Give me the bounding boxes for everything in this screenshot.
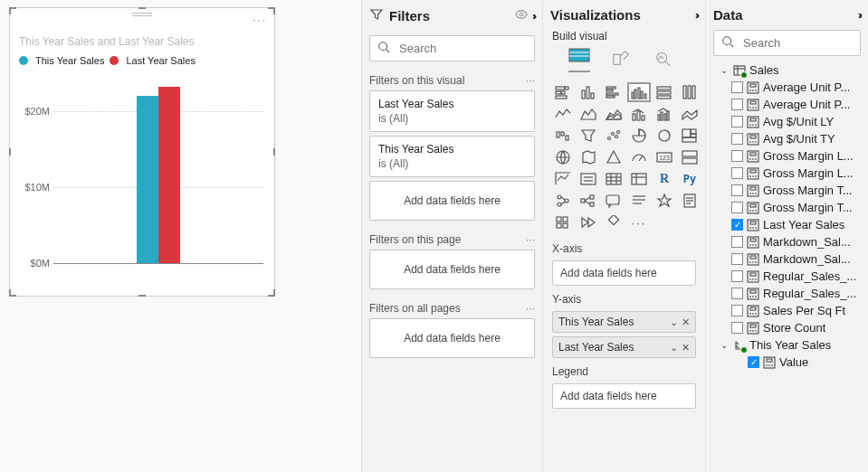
python-visual-icon[interactable]: Py — [679, 170, 701, 188]
field-checkbox[interactable] — [731, 202, 743, 213]
field-node[interactable]: Store Count — [717, 319, 859, 336]
treemap-icon[interactable] — [679, 127, 701, 145]
remove-field-icon[interactable]: ✕ — [682, 316, 690, 328]
r-visual-icon[interactable]: R — [653, 170, 675, 188]
field-checkbox[interactable] — [731, 184, 743, 196]
field-node[interactable]: Gross Margin L... — [717, 147, 859, 165]
stacked-area-chart-icon[interactable] — [603, 105, 625, 123]
key-influencers-icon[interactable] — [552, 192, 574, 210]
field-checkbox[interactable]: ✓ — [731, 219, 743, 231]
filter-card[interactable]: This Year Sales is (All) — [369, 136, 535, 177]
resize-handle[interactable] — [268, 148, 275, 156]
more-icon[interactable]: ··· — [464, 74, 535, 87]
xaxis-well[interactable]: Add data fields here — [552, 260, 696, 286]
format-visual-tab[interactable] — [612, 49, 632, 70]
chevron-down-icon[interactable]: ⌄ — [670, 316, 678, 328]
field-node[interactable]: ✓Value — [717, 354, 859, 371]
legend-well[interactable]: Add data fields here — [552, 383, 696, 409]
filter-dropzone[interactable]: Add data fields here — [369, 250, 535, 289]
line-clustered-column-icon[interactable] — [653, 105, 675, 123]
donut-chart-icon[interactable] — [653, 127, 675, 145]
stacked-bar-100-icon[interactable] — [653, 83, 675, 101]
pie-chart-icon[interactable] — [628, 127, 650, 145]
field-checkbox[interactable] — [731, 167, 743, 179]
field-node[interactable]: Regular_Sales_... — [717, 285, 859, 302]
field-checkbox[interactable] — [731, 305, 743, 316]
resize-handle[interactable] — [138, 289, 146, 297]
field-node[interactable]: Markdown_Sal... — [717, 250, 859, 268]
field-node[interactable]: Avg $/Unit TY — [717, 130, 859, 147]
waterfall-chart-icon[interactable] — [552, 127, 574, 145]
field-checkbox[interactable] — [731, 288, 743, 299]
field-node[interactable]: Gross Margin L... — [717, 165, 859, 182]
funnel-chart-icon[interactable] — [577, 127, 599, 145]
field-checkbox[interactable] — [731, 116, 743, 127]
qa-visual-icon[interactable] — [603, 192, 625, 210]
clustered-bar-chart-icon[interactable] — [603, 83, 625, 101]
gauge-icon[interactable] — [628, 148, 650, 166]
field-node[interactable]: Average Unit P... — [717, 79, 859, 96]
stacked-column-chart-icon[interactable] — [577, 83, 599, 101]
filter-dropzone[interactable]: Add data fields here — [369, 181, 535, 221]
azure-map-icon[interactable] — [603, 148, 625, 166]
apps-icon[interactable] — [552, 213, 574, 231]
filter-dropzone[interactable]: Add data fields here — [369, 318, 535, 358]
line-chart-icon[interactable] — [552, 105, 574, 123]
filter-card[interactable]: Last Year Sales is (All) — [369, 90, 535, 132]
field-node[interactable]: Gross Margin T... — [717, 199, 859, 216]
stacked-column-100-icon[interactable] — [679, 83, 701, 101]
smart-narrative-icon[interactable] — [628, 192, 650, 210]
remove-field-icon[interactable]: ✕ — [682, 342, 690, 354]
paginated-report-icon[interactable] — [679, 192, 701, 210]
more-icon[interactable]: ··· — [461, 302, 535, 315]
field-node[interactable]: Gross Margin T... — [717, 182, 859, 199]
filled-map-icon[interactable] — [577, 148, 599, 166]
area-chart-icon[interactable] — [577, 105, 599, 123]
filters-search[interactable] — [369, 35, 535, 61]
resize-handle[interactable] — [268, 7, 275, 14]
eye-icon[interactable] — [515, 8, 528, 24]
chart-bar[interactable] — [137, 96, 158, 263]
apps-diamond-icon[interactable] — [603, 213, 625, 231]
clustered-column-chart-icon[interactable] — [628, 83, 650, 101]
field-node[interactable]: Sales Per Sq Ft — [717, 302, 859, 319]
field-node[interactable]: Average Unit P... — [717, 96, 859, 113]
chevron-down-icon[interactable]: ⌄ — [670, 342, 678, 354]
map-icon[interactable] — [552, 148, 574, 166]
line-stacked-column-icon[interactable] — [628, 105, 650, 123]
decomposition-tree-icon[interactable] — [577, 192, 599, 210]
table-icon[interactable] — [603, 170, 625, 188]
caret-down-icon[interactable]: ⌄ — [719, 340, 730, 350]
field-checkbox[interactable] — [731, 322, 743, 334]
drag-grip-icon[interactable] — [132, 13, 152, 16]
analytics-tab[interactable] — [653, 49, 673, 70]
more-options-icon[interactable]: ··· — [253, 14, 267, 26]
field-node[interactable]: Avg $/Unit LY — [717, 113, 859, 130]
table-node[interactable]: ⌄This Year Sales — [717, 336, 859, 354]
field-pill[interactable]: Last Year Sales ⌄✕ — [552, 336, 696, 358]
data-search[interactable] — [713, 30, 861, 56]
ribbon-chart-icon[interactable] — [679, 105, 701, 123]
multi-row-card-icon[interactable] — [679, 148, 701, 166]
visual-frame[interactable]: ··· This Year Sales and Last Year Sales … — [9, 7, 275, 297]
caret-down-icon[interactable]: ⌄ — [719, 65, 730, 75]
get-more-visuals-icon[interactable]: ··· — [628, 213, 650, 231]
field-node[interactable]: Markdown_Sal... — [717, 233, 859, 250]
slicer-icon[interactable] — [577, 170, 599, 188]
kpi-icon[interactable] — [552, 170, 574, 188]
data-search-input[interactable] — [741, 35, 868, 51]
build-visual-tab[interactable] — [568, 46, 590, 72]
resize-handle[interactable] — [268, 289, 275, 297]
field-checkbox[interactable] — [731, 253, 743, 265]
report-canvas[interactable]: ··· This Year Sales and Last Year Sales … — [0, 0, 361, 472]
field-checkbox[interactable] — [731, 236, 743, 248]
chart-bar[interactable] — [158, 87, 180, 263]
field-checkbox[interactable] — [731, 270, 743, 282]
field-pill[interactable]: This Year Sales ⌄✕ — [552, 311, 696, 333]
field-node[interactable]: Regular_Sales_... — [717, 268, 859, 285]
more-icon[interactable]: ··· — [461, 233, 535, 246]
field-checkbox[interactable] — [731, 150, 743, 162]
field-checkbox[interactable] — [731, 133, 743, 145]
filters-search-input[interactable] — [397, 41, 542, 56]
power-automate-icon[interactable] — [577, 213, 599, 231]
